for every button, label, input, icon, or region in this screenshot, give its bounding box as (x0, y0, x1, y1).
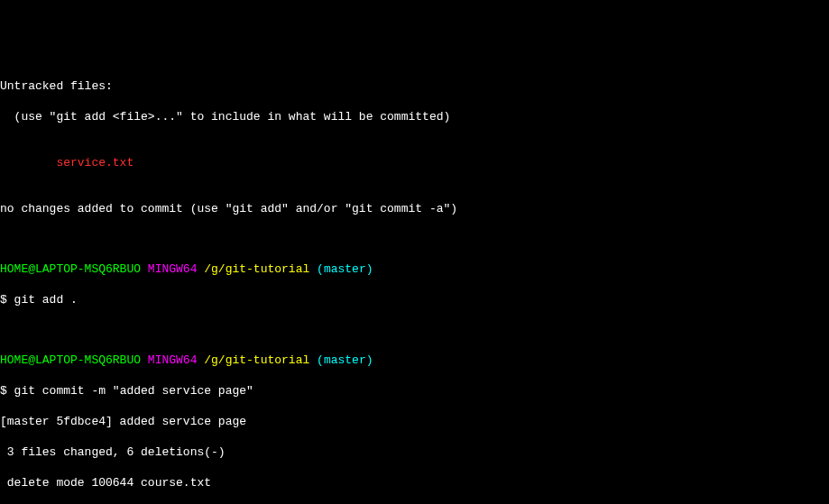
prompt-line: HOME@LAPTOP-MSQ6RBUO MINGW64 /g/git-tuto… (0, 353, 829, 369)
blank-line (0, 324, 829, 339)
prompt-branch: (master) (309, 262, 373, 276)
prompt-path: /g/git-tutorial (197, 262, 309, 276)
command-git-commit: git commit -m "added service page" (14, 384, 253, 398)
untracked-file: service.txt (0, 156, 829, 171)
prompt-dollar: $ (0, 293, 14, 307)
prompt-branch: (master) (309, 353, 373, 367)
command-line: $ git add . (0, 293, 829, 308)
prompt-user-host: HOME@LAPTOP-MSQ6RBUO (0, 262, 141, 276)
commit-output: [master 5fdbce4] added service page (0, 415, 829, 430)
command-git-add: git add . (14, 293, 78, 307)
prompt-mingw: MINGW64 (141, 262, 197, 276)
prompt-user-host: HOME@LAPTOP-MSQ6RBUO (0, 353, 141, 367)
prompt-path: /g/git-tutorial (197, 353, 309, 367)
command-line: $ git commit -m "added service page" (0, 384, 829, 399)
status-no-changes: no changes added to commit (use "git add… (0, 202, 829, 217)
commit-output: delete mode 100644 course.txt (0, 476, 829, 491)
terminal-output[interactable]: Untracked files: (use "git add <file>...… (0, 65, 829, 504)
status-untracked-hint: (use "git add <file>..." to include in w… (0, 110, 829, 125)
status-untracked-header: Untracked files: (0, 79, 829, 95)
blank-line (0, 232, 829, 247)
prompt-line: HOME@LAPTOP-MSQ6RBUO MINGW64 /g/git-tuto… (0, 262, 829, 278)
commit-output: 3 files changed, 6 deletions(-) (0, 445, 829, 461)
prompt-dollar: $ (0, 384, 14, 398)
prompt-mingw: MINGW64 (141, 353, 197, 367)
